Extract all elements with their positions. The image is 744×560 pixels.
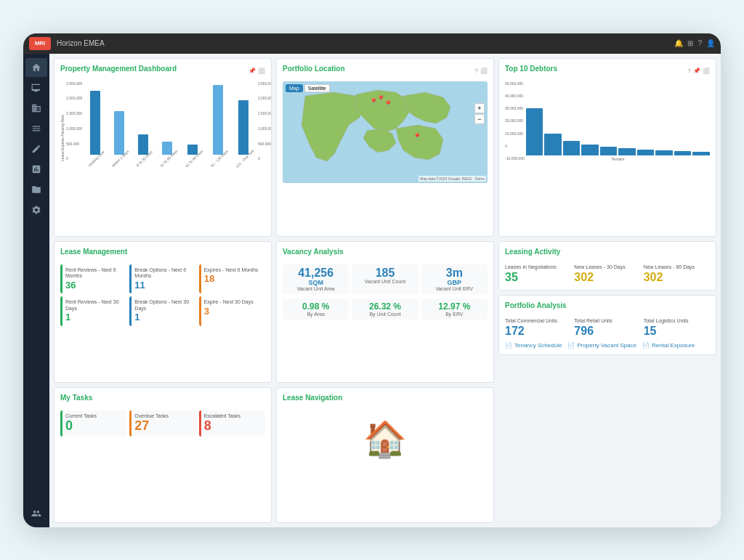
panel-header: Property Management Dashboard 📌 ⬜ bbox=[60, 65, 265, 77]
question-icon[interactable]: ? bbox=[698, 39, 702, 47]
bar-0-blue bbox=[90, 91, 100, 155]
lease-navigation-panel: Lease Navigation 🏠 bbox=[276, 387, 494, 522]
sqm-item[interactable]: 41,256 SQM Vacant Unit Area bbox=[283, 264, 349, 294]
expires-6m-label: Expires - Next 6 Months bbox=[204, 267, 262, 273]
sidebar-item-monitor[interactable] bbox=[25, 78, 47, 97]
debtors-expand-icon[interactable]: ⬜ bbox=[703, 68, 710, 74]
break-options-6m[interactable]: Break Options - Next 6 Months 11 bbox=[129, 264, 195, 293]
zoom-in-button[interactable]: + bbox=[474, 103, 485, 113]
app-title: Horizon EMEA bbox=[57, 39, 668, 47]
overdue-tasks-value: 27 bbox=[134, 418, 193, 434]
sidebar-item-settings[interactable] bbox=[25, 200, 47, 219]
vacancy-big-metrics: 41,256 SQM Vacant Unit Area 185 Vacant U… bbox=[283, 264, 488, 294]
sidebar-item-edit[interactable] bbox=[25, 139, 47, 158]
new-leases-60d-label: New Leases - 60 Days bbox=[644, 264, 710, 269]
tenancy-schedule-link[interactable]: 📄 Tenancy Schedule bbox=[505, 342, 562, 349]
content-area: Property Management Dashboard 📌 ⬜ Lease … bbox=[49, 54, 721, 527]
rent-reviews-30d[interactable]: Rent Reviews - Next 30 Days 1 bbox=[60, 296, 126, 325]
map-pin-icon[interactable]: ? bbox=[475, 68, 478, 74]
sidebar-item-chart[interactable] bbox=[25, 160, 47, 179]
escalated-tasks-label: Escalated Tasks bbox=[204, 413, 262, 418]
map-tab-map[interactable]: Map bbox=[286, 84, 303, 92]
map-attribution: Map data ©2023 Google, INEGI · Terms bbox=[418, 176, 486, 182]
portfolio-metrics: Total Commercial Units 172 Total Retail … bbox=[505, 318, 710, 338]
sidebar-item-user[interactable] bbox=[25, 504, 47, 523]
vacant-space-label: Property Vacant Space bbox=[577, 342, 636, 349]
pct-erv[interactable]: 12.97 % By ERV bbox=[421, 299, 488, 320]
new-leases-30d[interactable]: New Leases - 30 Days 302 bbox=[574, 264, 640, 284]
pct-area-label: By Area bbox=[286, 312, 346, 317]
top-bar: MRI Horizon EMEA 🔔 ⊞ ? 👤 bbox=[23, 33, 721, 54]
map-tab-satellite[interactable]: Satellite bbox=[304, 84, 330, 92]
bars-container: Holding Over Within 1 Days 8 To 30 Days bbox=[84, 85, 256, 161]
debtors-icon1[interactable]: ? bbox=[688, 68, 691, 74]
map-controls: Map Satellite bbox=[286, 84, 330, 92]
main-layout: Property Management Dashboard 📌 ⬜ Lease … bbox=[23, 54, 721, 527]
bar-group-1: Within 1 Days bbox=[108, 111, 130, 161]
rental-exposure-link[interactable]: 📄 Rental Exposure bbox=[642, 342, 695, 349]
bar-5 bbox=[213, 85, 223, 155]
map-expand-icon[interactable]: ⬜ bbox=[480, 68, 488, 74]
house-icon[interactable]: 🏠 bbox=[363, 419, 407, 460]
expand-icon[interactable]: ⬜ bbox=[258, 68, 265, 74]
pct-unit[interactable]: 26.32 % By Unit Count bbox=[352, 299, 418, 320]
portfolio-analysis-header: Portfolio Analysis bbox=[505, 301, 710, 314]
pct-area[interactable]: 0.98 % By Area bbox=[283, 299, 349, 320]
vacant-space-link[interactable]: 📄 Property Vacant Space bbox=[567, 342, 636, 349]
bar-group-2: 8 To 30 Days bbox=[132, 134, 153, 161]
expire-30d-value: 3 bbox=[204, 306, 262, 317]
new-leases-60d[interactable]: New Leases - 60 Days 302 bbox=[644, 264, 710, 284]
retail-units[interactable]: Total Retail Units 796 bbox=[574, 318, 640, 338]
break-options-30d[interactable]: Break Options - Next 30 Days 1 bbox=[129, 296, 195, 325]
erv-sub: Vacant Unit ERV bbox=[424, 286, 485, 291]
sidebar-item-folder[interactable] bbox=[25, 180, 47, 199]
property-dashboard-title: Property Management Dashboard bbox=[60, 65, 177, 73]
break-options-30d-value: 1 bbox=[134, 312, 193, 323]
rental-exposure-icon: 📄 bbox=[642, 342, 650, 349]
expire-30d[interactable]: Expire - Next 30 Days 3 bbox=[199, 296, 265, 325]
grid-icon[interactable]: ⊞ bbox=[687, 39, 693, 47]
user-icon[interactable]: 👤 bbox=[706, 39, 715, 47]
erv-item[interactable]: 3m GBP Vacant Unit ERV bbox=[421, 264, 488, 294]
debtors-bars bbox=[526, 81, 710, 155]
sqm-unit: SQM bbox=[286, 279, 346, 286]
debtor-bar-9 bbox=[692, 152, 710, 155]
map-panel-header: Portfolio Location ? ⬜ bbox=[283, 65, 488, 77]
sidebar-item-building[interactable] bbox=[25, 99, 47, 118]
sidebar-item-home[interactable] bbox=[25, 58, 47, 77]
sqm-sub: Vacant Unit Area bbox=[286, 286, 346, 291]
logistics-units[interactable]: Total Logistics Units 15 bbox=[644, 318, 710, 338]
current-tasks[interactable]: Current Tasks 0 bbox=[60, 410, 126, 437]
bar-group-3: 31 To 60 Days bbox=[155, 142, 179, 161]
expires-6m[interactable]: Expires - Next 6 Months 18 bbox=[199, 264, 265, 293]
lease-panel-header: Lease Management bbox=[60, 248, 265, 260]
lease-navigation-title: Lease Navigation bbox=[283, 394, 342, 402]
debtor-bar-1 bbox=[544, 134, 562, 155]
portfolio-location-panel: Portfolio Location ? ⬜ Map Satellite bbox=[276, 58, 494, 237]
new-leases-60d-value: 302 bbox=[644, 271, 710, 284]
pct-erv-value: 12.97 % bbox=[424, 301, 485, 312]
debtor-bar-0 bbox=[526, 108, 543, 155]
sidebar-item-list[interactable] bbox=[25, 119, 47, 138]
escalated-tasks[interactable]: Escalated Tasks 8 bbox=[199, 410, 265, 437]
map-container[interactable]: Map Satellite 📍 bbox=[283, 81, 488, 183]
top-bar-icons: 🔔 ⊞ ? 👤 bbox=[674, 39, 715, 47]
top-debtors-panel: Top 10 Debtors ? 📌 ⬜ 50,000,000 40,000,0… bbox=[498, 58, 716, 237]
device-frame: MRI Horizon EMEA 🔔 ⊞ ? 👤 bbox=[23, 33, 721, 527]
pin-icon[interactable]: 📌 bbox=[248, 68, 256, 74]
commercial-units[interactable]: Total Commercial Units 172 bbox=[505, 318, 571, 338]
leases-negotiations[interactable]: Leases in Negotiations 35 bbox=[505, 264, 571, 284]
debtors-y-axis: 50,000,000 40,000,000 30,000,000 20,000,… bbox=[505, 81, 525, 161]
debtor-bar-2 bbox=[563, 141, 581, 155]
lease-management-title: Lease Management bbox=[60, 248, 127, 256]
overdue-tasks[interactable]: Overdue Tasks 27 bbox=[129, 410, 195, 437]
break-options-6m-value: 11 bbox=[134, 280, 193, 291]
bell-icon[interactable]: 🔔 bbox=[674, 39, 683, 47]
app-logo: MRI bbox=[29, 37, 51, 50]
unit-count-item[interactable]: 185 Vacant Unit Count bbox=[352, 264, 418, 294]
zoom-out-button[interactable]: − bbox=[474, 114, 485, 124]
rent-reviews-6m[interactable]: Rent Reviews - Next 6 Months 36 bbox=[60, 264, 126, 293]
debtors-pin-icon[interactable]: 📌 bbox=[693, 68, 700, 74]
retail-units-value: 796 bbox=[574, 325, 640, 338]
retail-units-label: Total Retail Units bbox=[574, 318, 640, 323]
